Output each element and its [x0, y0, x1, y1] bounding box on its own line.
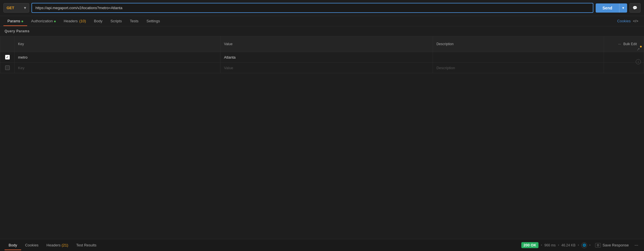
- method-select[interactable]: GET ▾: [3, 3, 29, 13]
- value-column-header: Value: [220, 36, 433, 52]
- more-options-icon[interactable]: ···: [633, 243, 639, 248]
- params-dot: [21, 21, 23, 22]
- method-chevron: ▾: [24, 6, 26, 10]
- bottom-tab-cookies[interactable]: Cookies: [21, 240, 43, 250]
- send-chevron-icon: ▾: [622, 6, 624, 10]
- row2-check-cell: [0, 63, 15, 73]
- row2-key-cell: Key: [15, 63, 220, 73]
- row1-value-value[interactable]: Atlanta: [220, 52, 433, 62]
- row2-desc-placeholder[interactable]: Description: [433, 63, 604, 73]
- bulk-edit-dots-icon[interactable]: ···: [618, 42, 621, 46]
- table-row: metro Atlanta: [0, 52, 644, 63]
- row1-checkbox[interactable]: [5, 55, 10, 59]
- bottom-bar: Body Cookies Headers (21) Test Results 2…: [0, 239, 644, 251]
- row1-desc-cell: [433, 52, 604, 63]
- tab-authorization[interactable]: Authorization: [27, 16, 60, 26]
- tab-scripts[interactable]: Scripts: [106, 16, 126, 26]
- tab-settings[interactable]: Settings: [142, 16, 164, 26]
- row2-value-placeholder[interactable]: Value: [220, 63, 433, 73]
- cookies-link[interactable]: Cookies: [617, 16, 631, 26]
- params-table: Key Value Description ··· Bulk Edit: [0, 36, 644, 73]
- response-size: 46.24 KB: [561, 243, 575, 247]
- tab-tests[interactable]: Tests: [126, 16, 142, 26]
- expand-icon[interactable]: ↗: [635, 46, 642, 53]
- row2-desc-cell: Description: [433, 63, 604, 73]
- description-column-header: Description: [433, 36, 604, 52]
- main-content: Query Params Key Value Description ··· B…: [0, 26, 644, 239]
- status-badge: 200 OK: [521, 242, 539, 248]
- headers-count: (10): [79, 19, 86, 23]
- save-icon: ⊡: [595, 243, 601, 248]
- status-info: 200 OK • 966 ms • 46.24 KB • 🌐 • ⊡ Save …: [521, 242, 639, 249]
- row1-key-cell: metro: [15, 52, 220, 63]
- check-column-header: [0, 36, 15, 52]
- right-icons-panel: ↗ i: [635, 46, 642, 65]
- bottom-headers-count: (21): [61, 243, 68, 247]
- bottom-tab-test-results[interactable]: Test Results: [72, 240, 101, 250]
- tab-headers[interactable]: Headers (10): [60, 16, 90, 26]
- row2-value-cell: Value: [220, 63, 433, 73]
- table-row-empty: Key Value Description: [0, 63, 644, 73]
- row2-key-placeholder[interactable]: Key: [15, 63, 220, 73]
- row1-check-cell: [0, 52, 15, 63]
- row2-checkbox[interactable]: [5, 65, 10, 70]
- tab-params[interactable]: Params: [3, 16, 27, 26]
- save-response-button[interactable]: ⊡ Save Response: [593, 242, 631, 249]
- info-icon[interactable]: i: [635, 58, 642, 65]
- chat-icon-button[interactable]: 💬: [629, 3, 641, 13]
- send-btn-group: Send ▾: [596, 3, 627, 13]
- row1-desc-value: [433, 54, 604, 60]
- row1-value-cell: Atlanta: [220, 52, 433, 63]
- row1-key-value[interactable]: metro: [15, 52, 220, 62]
- query-params-label: Query Params: [0, 26, 644, 36]
- method-label: GET: [7, 6, 14, 10]
- chat-icon: 💬: [633, 6, 637, 10]
- bottom-tab-body[interactable]: Body: [5, 240, 21, 250]
- url-bar: GET ▾ Send ▾ 💬: [0, 0, 644, 16]
- bulk-edit-label[interactable]: Bulk Edit: [623, 42, 637, 46]
- key-column-header: Key: [15, 36, 220, 52]
- url-input[interactable]: [31, 3, 593, 13]
- bottom-tab-headers[interactable]: Headers (21): [43, 240, 72, 250]
- response-time: 966 ms: [544, 243, 556, 247]
- tabs-bar: Params Authorization Headers (10) Body S…: [0, 16, 644, 26]
- send-dropdown-button[interactable]: ▾: [619, 3, 627, 13]
- notification-dot: [640, 46, 642, 47]
- send-button[interactable]: Send: [596, 3, 619, 13]
- tab-body[interactable]: Body: [90, 16, 107, 26]
- code-icon[interactable]: </>: [631, 16, 641, 26]
- auth-dot: [54, 21, 56, 22]
- globe-icon[interactable]: 🌐: [581, 242, 587, 248]
